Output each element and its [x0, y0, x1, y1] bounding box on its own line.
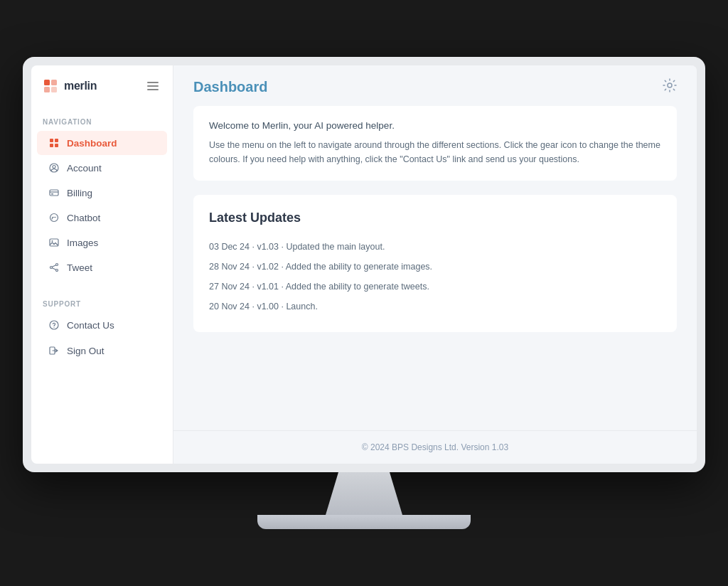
- svg-rect-4: [50, 139, 53, 142]
- credit-card-icon: [48, 187, 60, 198]
- monitor-stand-neck: [321, 472, 407, 515]
- help-circle-icon: [48, 319, 60, 331]
- update-item: 03 Dec 24 · v1.03 · Updated the main lay…: [209, 237, 661, 257]
- sidebar-item-contact-us[interactable]: Contact Us: [37, 313, 167, 337]
- update-item: 27 Nov 24 · v1.01 · Added the ability to…: [209, 277, 661, 297]
- grid-icon: [48, 137, 60, 149]
- svg-rect-1: [51, 80, 57, 85]
- page-title: Dashboard: [193, 79, 267, 95]
- sidebar-item-billing[interactable]: Billing: [37, 181, 167, 205]
- svg-point-16: [55, 217, 56, 218]
- svg-rect-12: [51, 193, 53, 195]
- footer: © 2024 BPS Designs Ltd. Version 1.03: [173, 430, 697, 464]
- svg-point-14: [52, 217, 53, 218]
- logo: merlin: [43, 78, 97, 94]
- svg-point-25: [53, 327, 54, 328]
- svg-rect-0: [44, 80, 50, 85]
- updates-box: Latest Updates 03 Dec 24 · v1.03 · Updat…: [193, 195, 677, 332]
- update-item: 20 Nov 24 · v1.00 · Launch.: [209, 297, 661, 316]
- main-header: Dashboard: [173, 65, 697, 106]
- svg-rect-3: [51, 87, 57, 92]
- sidebar-header: merlin: [31, 65, 173, 107]
- message-circle-icon: [48, 212, 60, 223]
- sidebar-item-sign-out[interactable]: Sign Out: [37, 339, 167, 363]
- content-area: Welcome to Merlin, your AI powered helpe…: [173, 106, 697, 430]
- svg-line-22: [52, 265, 55, 267]
- svg-line-23: [52, 268, 55, 270]
- sidebar-item-account-label: Account: [67, 163, 102, 174]
- svg-point-20: [50, 267, 53, 269]
- svg-point-15: [53, 217, 55, 218]
- sidebar-item-dashboard-label: Dashboard: [67, 138, 117, 149]
- welcome-description: Use the menu on the left to navigate aro…: [209, 138, 661, 166]
- svg-point-21: [56, 270, 58, 272]
- update-item: 28 Nov 24 · v1.02 · Added the ability to…: [209, 257, 661, 277]
- svg-rect-5: [55, 139, 58, 142]
- svg-point-24: [50, 321, 58, 329]
- menu-toggle-button[interactable]: [144, 79, 161, 93]
- sidebar-item-chatbot[interactable]: Chatbot: [37, 206, 167, 230]
- svg-point-9: [53, 166, 55, 169]
- sidebar-item-chatbot-label: Chatbot: [67, 213, 100, 223]
- support-section-label: SUPPORT: [31, 289, 173, 312]
- sidebar-item-images[interactable]: Images: [37, 230, 167, 255]
- sidebar-item-tweet[interactable]: Tweet: [37, 255, 167, 279]
- updates-title: Latest Updates: [209, 211, 661, 225]
- svg-rect-7: [55, 144, 58, 147]
- sidebar-item-dashboard[interactable]: Dashboard: [37, 131, 167, 155]
- sidebar-item-account[interactable]: Account: [37, 156, 167, 180]
- sidebar-item-tweet-label: Tweet: [67, 262, 92, 273]
- sidebar: merlin NAVIGATION: [31, 65, 173, 464]
- sidebar-item-contact-us-label: Contact Us: [67, 320, 114, 331]
- main-content: Dashboard Welcome to Merlin, your AI pow…: [173, 65, 697, 464]
- nav-section-label: NAVIGATION: [31, 107, 173, 130]
- svg-point-18: [52, 240, 53, 242]
- svg-rect-10: [50, 190, 58, 196]
- log-out-icon: [48, 345, 60, 356]
- main-nav: Dashboard Account: [31, 130, 173, 280]
- svg-rect-6: [50, 144, 53, 147]
- monitor-stand-base: [257, 515, 471, 529]
- welcome-box: Welcome to Merlin, your AI powered helpe…: [193, 106, 677, 181]
- welcome-greeting: Welcome to Merlin, your AI powered helpe…: [209, 120, 661, 131]
- footer-text: © 2024 BPS Designs Ltd. Version 1.03: [362, 442, 508, 452]
- image-icon: [48, 237, 60, 248]
- svg-point-19: [56, 264, 58, 266]
- share-icon: [48, 262, 60, 273]
- settings-button[interactable]: [663, 78, 677, 96]
- logo-icon: [43, 78, 58, 94]
- sidebar-item-images-label: Images: [67, 238, 98, 248]
- svg-rect-2: [44, 87, 50, 92]
- svg-point-27: [668, 83, 672, 87]
- logo-text: merlin: [64, 80, 97, 92]
- user-circle-icon: [48, 162, 60, 174]
- sidebar-item-sign-out-label: Sign Out: [67, 346, 105, 356]
- sidebar-item-billing-label: Billing: [67, 188, 92, 198]
